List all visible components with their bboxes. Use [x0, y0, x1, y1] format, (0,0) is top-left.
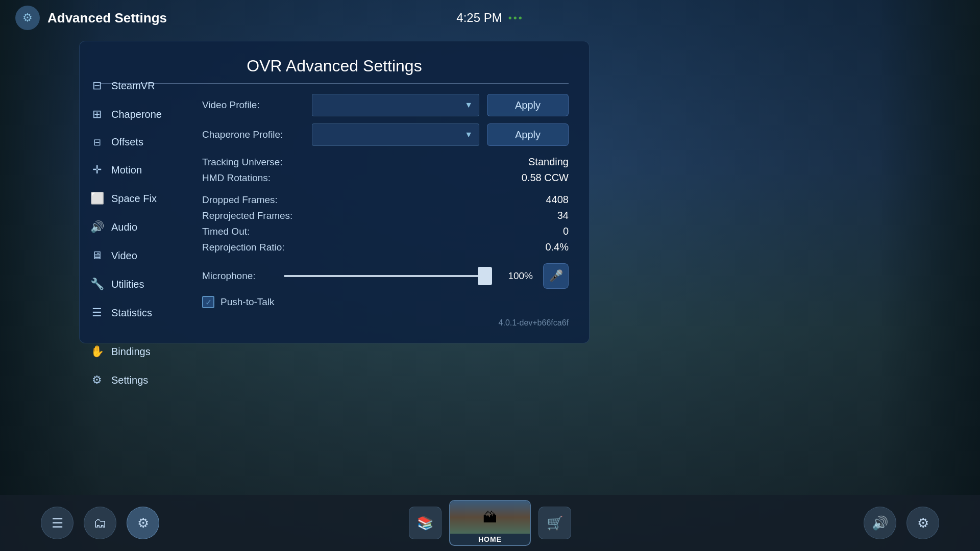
sidebar-item-audio[interactable]: 🔊 Audio [80, 213, 187, 241]
apply-chaperone-profile-button[interactable]: Apply [487, 123, 569, 146]
sidebar-label-offsets: Offsets [111, 136, 143, 148]
microphone-slider-fill [284, 275, 482, 277]
sidebar-item-chaperone[interactable]: ⊞ Chaperone [80, 101, 187, 128]
sidebar-item-motion[interactable]: ✛ Motion [80, 156, 187, 184]
sidebar-item-bindings[interactable]: ✋ Bindings [80, 338, 187, 365]
chaperone-profile-label: Chaperone Profile: [202, 129, 304, 140]
top-bar-center: 4:25 PM ••• [456, 11, 523, 25]
taskbar-settings-button[interactable]: ⚙ [906, 507, 939, 539]
current-time: 4:25 PM [456, 11, 502, 25]
video-profile-select[interactable]: ▼ [312, 94, 479, 116]
stats-section: Dropped Frames: 4408 Reprojected Frames:… [202, 194, 569, 253]
bindings-icon: ✋ [90, 345, 104, 358]
timed-out-value: 0 [563, 226, 569, 237]
push-to-talk-row: ✓ Push-to-Talk [202, 296, 569, 308]
taskbar-right: 🔊 ⚙ [864, 507, 939, 539]
sidebar-item-offsets[interactable]: ⊟ Offsets [80, 129, 187, 155]
video-profile-label: Video Profile: [202, 99, 304, 111]
home-button[interactable]: 🏔 HOME [449, 500, 531, 546]
chaperone-profile-row: Chaperone Profile: ▼ Apply [202, 123, 569, 146]
sidebar-label-audio: Audio [111, 221, 137, 233]
video-profile-row: Video Profile: ▼ Apply [202, 94, 569, 116]
top-bar: ⚙ Advanced Settings 4:25 PM ••• [0, 0, 980, 36]
main-panel: OVR Advanced Settings ⊟ SteamVR ⊞ Chaper… [79, 41, 590, 343]
hmd-rotations-label: HMD Rotations: [202, 172, 271, 184]
volume-button[interactable]: 🔊 [864, 507, 896, 539]
sidebar-label-video: Video [111, 250, 137, 262]
video-profile-arrow: ▼ [464, 101, 473, 110]
microphone-label: Microphone: [202, 270, 274, 282]
hmd-rotations-value: 0.58 CCW [522, 172, 569, 184]
sidebar-item-settings[interactable]: ⚙ Settings [80, 366, 187, 394]
volume-icon: 🔊 [872, 515, 888, 531]
sidebar-divider [80, 328, 187, 338]
taskbar-left: ☰ 🗂 ⚙ [41, 507, 159, 539]
chaperone-profile-arrow: ▼ [464, 130, 473, 139]
dropped-frames-label: Dropped Frames: [202, 194, 278, 206]
tracking-section: Tracking Universe: Standing HMD Rotation… [202, 156, 569, 184]
reprojected-frames-value: 34 [557, 210, 569, 221]
chaperone-icon: ⊞ [90, 108, 104, 121]
sidebar-label-motion: Motion [111, 164, 142, 176]
settings-icon: ⚙ [90, 373, 104, 387]
library-icon: 📚 [417, 515, 433, 531]
dropped-frames-row: Dropped Frames: 4408 [202, 194, 569, 206]
taskbar-center: 📚 🏔 HOME 🛒 [409, 500, 571, 546]
gear-button[interactable]: ⚙ [127, 507, 159, 539]
steamvr-icon: ⊟ [90, 79, 104, 92]
microphone-row: Microphone: 100% 🎤 [202, 263, 569, 289]
offsets-icon: ⊟ [90, 137, 104, 148]
sidebar-label-utilities: Utilities [111, 279, 144, 290]
card-icon: 🗂 [93, 515, 107, 531]
cart-button[interactable]: 🛒 [538, 507, 571, 539]
status-dots: ••• [508, 12, 524, 24]
reprojection-ratio-value: 0.4% [545, 241, 569, 253]
timed-out-row: Timed Out: 0 [202, 226, 569, 237]
push-to-talk-checkbox[interactable]: ✓ [202, 296, 214, 308]
sidebar-label-space-fix: Space Fix [111, 193, 157, 205]
menu-button[interactable]: ☰ [41, 507, 74, 539]
space-fix-icon: ⬜ [90, 192, 104, 205]
microphone-slider-thumb[interactable] [478, 267, 492, 285]
microphone-button[interactable]: 🎤 [543, 263, 569, 289]
sidebar-item-space-fix[interactable]: ⬜ Space Fix [80, 185, 187, 212]
sidebar-label-bindings: Bindings [111, 346, 151, 358]
reprojected-frames-row: Reprojected Frames: 34 [202, 210, 569, 221]
audio-icon: 🔊 [90, 220, 104, 234]
apply-video-profile-button[interactable]: Apply [487, 94, 569, 116]
motion-icon: ✛ [90, 163, 104, 177]
sidebar: ⊟ SteamVR ⊞ Chaperone ⊟ Offsets ✛ Motion… [80, 41, 187, 395]
app-title: Advanced Settings [47, 10, 167, 26]
dropped-frames-value: 4408 [546, 194, 569, 206]
tracking-universe-label: Tracking Universe: [202, 157, 283, 168]
card-button[interactable]: 🗂 [84, 507, 116, 539]
microphone-slider[interactable] [284, 275, 492, 277]
video-icon: 🖥 [90, 249, 104, 262]
menu-icon: ☰ [52, 515, 63, 531]
taskbar-settings-icon: ⚙ [917, 515, 929, 531]
sidebar-item-steamvr[interactable]: ⊟ SteamVR [80, 72, 187, 99]
library-button[interactable]: 📚 [409, 507, 442, 539]
taskbar: ☰ 🗂 ⚙ 📚 🏔 HOME 🛒 🔊 ⚙ [0, 495, 980, 551]
sidebar-item-video[interactable]: 🖥 Video [80, 242, 187, 269]
cart-icon: 🛒 [547, 515, 563, 531]
sidebar-label-chaperone: Chaperone [111, 109, 162, 120]
version-text: 4.0.1-dev+b66fca6f [202, 318, 569, 328]
sidebar-item-utilities[interactable]: 🔧 Utilities [80, 270, 187, 298]
content-area: Video Profile: ▼ Apply Chaperone Profile… [187, 94, 569, 328]
reprojection-ratio-label: Reprojection Ratio: [202, 242, 285, 253]
home-thumbnail: 🏔 [450, 501, 530, 534]
timed-out-label: Timed Out: [202, 226, 250, 237]
microphone-section: Microphone: 100% 🎤 ✓ Push-to-Talk [202, 263, 569, 308]
tracking-universe-value: Standing [528, 156, 569, 168]
push-to-talk-label: Push-to-Talk [220, 296, 275, 308]
sidebar-label-settings: Settings [111, 374, 148, 386]
hmd-rotations-row: HMD Rotations: 0.58 CCW [202, 172, 569, 184]
chaperone-profile-select[interactable]: ▼ [312, 123, 479, 146]
home-label: HOME [478, 534, 502, 545]
microphone-percent: 100% [502, 270, 533, 282]
gear-icon: ⚙ [137, 515, 149, 531]
statistics-icon: ☰ [90, 306, 104, 319]
sidebar-item-statistics[interactable]: ☰ Statistics [80, 299, 187, 327]
utilities-icon: 🔧 [90, 278, 104, 291]
